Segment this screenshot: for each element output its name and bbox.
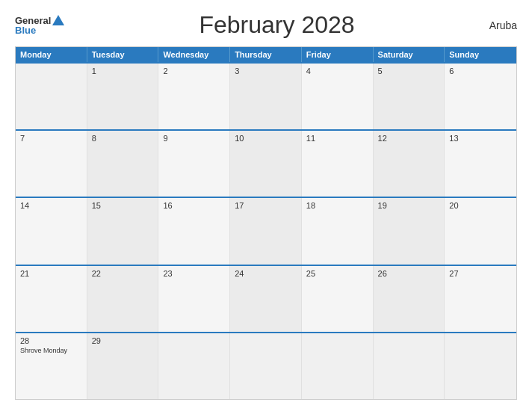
country-label: Aruba: [489, 19, 517, 31]
day-number-15: 15: [92, 201, 154, 210]
header-friday: Friday: [302, 47, 374, 62]
cal-cell-w5-d3: [158, 333, 230, 399]
cal-cell-w1-d3: 2: [158, 64, 230, 129]
day-number-20: 20: [449, 201, 512, 210]
day-number-23: 23: [163, 269, 225, 278]
cal-cell-w3-d4: 17: [230, 198, 302, 264]
calendar-week-5: 28Shrove Monday29: [16, 332, 516, 399]
day-number-21: 21: [20, 269, 82, 278]
header-monday: Monday: [16, 47, 87, 62]
cal-cell-w3-d5: 18: [302, 198, 374, 264]
day-number-18: 18: [306, 201, 368, 210]
cal-cell-w1-d4: 3: [230, 64, 302, 129]
cal-cell-w1-d2: 1: [87, 64, 159, 129]
header-wednesday: Wednesday: [158, 47, 230, 62]
day-number-29: 29: [92, 336, 154, 345]
page-header: General Blue February 2028 Aruba: [15, 11, 517, 39]
cal-cell-w3-d3: 16: [158, 198, 230, 264]
header-tuesday: Tuesday: [87, 47, 159, 62]
cal-cell-w5-d7: [445, 333, 516, 399]
header-sunday: Sunday: [445, 47, 516, 62]
calendar-week-3: 14151617181920: [16, 197, 516, 264]
cal-cell-w4-d6: 26: [374, 266, 445, 332]
cal-cell-w2-d2: 8: [87, 131, 159, 197]
cal-cell-w4-d4: 24: [230, 266, 302, 332]
logo: General Blue: [15, 15, 64, 36]
day-number-27: 27: [449, 269, 512, 278]
cal-cell-w4-d3: 23: [158, 266, 230, 332]
calendar-header-row: Monday Tuesday Wednesday Thursday Friday…: [16, 47, 516, 62]
day-number-4: 4: [306, 67, 368, 75]
day-number-12: 12: [378, 134, 440, 143]
day-number-14: 14: [20, 201, 82, 210]
cal-cell-w2-d5: 11: [302, 131, 374, 197]
day-number-3: 3: [235, 67, 297, 75]
logo-triangle-icon: [52, 15, 64, 25]
logo-blue-text: Blue: [15, 25, 36, 36]
day-number-17: 17: [235, 201, 297, 210]
cal-cell-w2-d6: 12: [374, 131, 445, 197]
day-number-10: 10: [235, 134, 297, 143]
day-number-22: 22: [92, 269, 154, 278]
cal-cell-w5-d1: 28Shrove Monday: [16, 333, 87, 399]
header-thursday: Thursday: [230, 47, 302, 62]
day-number-24: 24: [235, 269, 297, 278]
cal-cell-w3-d1: 14: [16, 198, 87, 264]
cal-cell-w3-d2: 15: [87, 198, 159, 264]
cal-cell-w3-d6: 19: [374, 198, 445, 264]
cal-cell-w1-d5: 4: [302, 64, 374, 129]
calendar-title: February 2028: [199, 11, 354, 39]
day-number-16: 16: [163, 201, 225, 210]
day-number-28: 28: [20, 336, 82, 345]
day-number-2: 2: [163, 67, 225, 75]
cal-cell-w5-d2: 29: [87, 333, 159, 399]
header-saturday: Saturday: [374, 47, 445, 62]
cal-cell-w3-d7: 20: [445, 198, 516, 264]
day-number-6: 6: [449, 67, 512, 75]
cal-cell-w1-d6: 5: [374, 64, 445, 129]
calendar-week-1: 123456: [16, 62, 516, 129]
day-number-7: 7: [20, 134, 82, 143]
day-number-9: 9: [163, 134, 225, 143]
day-number-26: 26: [378, 269, 440, 278]
cal-cell-w1-d1: [16, 64, 87, 129]
calendar-week-2: 78910111213: [16, 129, 516, 197]
event-label-28: Shrove Monday: [20, 347, 67, 354]
day-number-8: 8: [92, 134, 154, 143]
calendar-page: General Blue February 2028 Aruba Monday …: [0, 0, 532, 411]
calendar-grid: Monday Tuesday Wednesday Thursday Friday…: [15, 46, 517, 400]
day-number-13: 13: [449, 134, 512, 143]
day-number-11: 11: [306, 134, 368, 143]
day-number-25: 25: [306, 269, 368, 278]
cal-cell-w1-d7: 6: [445, 64, 516, 129]
cal-cell-w2-d7: 13: [445, 131, 516, 197]
cal-cell-w5-d4: [230, 333, 302, 399]
cal-cell-w4-d1: 21: [16, 266, 87, 332]
cal-cell-w4-d7: 27: [445, 266, 516, 332]
day-number-5: 5: [378, 67, 440, 75]
cal-cell-w5-d6: [374, 333, 445, 399]
calendar-week-4: 21222324252627: [16, 265, 516, 332]
day-number-1: 1: [92, 67, 154, 75]
cal-cell-w2-d3: 9: [158, 131, 230, 197]
cal-cell-w2-d4: 10: [230, 131, 302, 197]
cal-cell-w5-d5: [302, 333, 374, 399]
day-number-19: 19: [378, 201, 440, 210]
cal-cell-w2-d1: 7: [16, 131, 87, 197]
cal-cell-w4-d2: 22: [87, 266, 159, 332]
calendar-body: 1234567891011121314151617181920212223242…: [16, 62, 516, 399]
cal-cell-w4-d5: 25: [302, 266, 374, 332]
